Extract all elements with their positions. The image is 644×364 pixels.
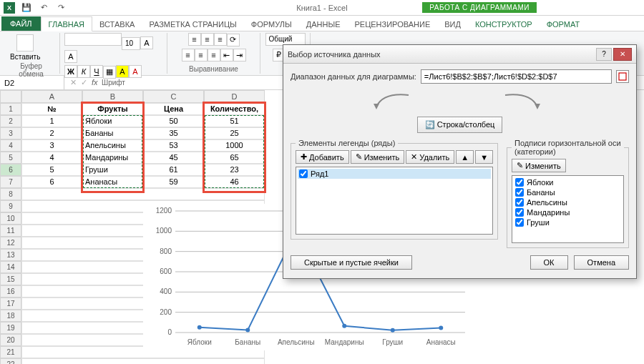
align-middle-icon[interactable]: ≡ (201, 33, 214, 46)
category-checkbox[interactable] (515, 178, 524, 187)
col-header-a[interactable]: A (21, 90, 82, 103)
cell[interactable]: 61 (143, 164, 204, 176)
cancel-formula-icon[interactable]: ✕ (70, 78, 77, 87)
series-listbox[interactable]: Ряд1 (296, 167, 493, 235)
tab-review[interactable]: РЕЦЕНЗИРОВАНИЕ (347, 17, 437, 31)
tab-insert[interactable]: ВСТАВКА (92, 17, 142, 31)
cell[interactable]: 50 (143, 115, 204, 127)
row-header[interactable]: 5 (0, 152, 21, 164)
font-color-button[interactable]: A (129, 65, 142, 78)
tab-data[interactable]: ДАННЫЕ (299, 17, 348, 31)
fill-color-button[interactable]: A (116, 65, 129, 78)
category-item[interactable]: Бананы (514, 187, 622, 197)
col-header-c[interactable]: C (143, 90, 204, 103)
align-right-icon[interactable]: ≡ (208, 49, 220, 62)
redo-icon[interactable]: ↷ (55, 2, 67, 14)
cell[interactable]: 35 (143, 127, 204, 139)
row-header[interactable]: 2 (0, 115, 21, 127)
row-header[interactable]: 14 (0, 261, 21, 273)
font-name-select[interactable] (64, 33, 122, 46)
cell[interactable]: Мандарины (82, 152, 143, 164)
row-header[interactable]: 4 (0, 139, 21, 152)
range-picker-icon[interactable] (616, 70, 629, 83)
row-header[interactable]: 12 (0, 237, 21, 249)
table-header[interactable]: № (21, 103, 82, 115)
cell[interactable]: 23 (204, 164, 265, 176)
orientation-icon[interactable]: ⟳ (227, 34, 240, 46)
row-header[interactable]: 18 (0, 310, 21, 322)
cell[interactable]: Бананы (82, 127, 143, 139)
row-header[interactable]: 10 (0, 212, 21, 225)
add-series-button[interactable]: ✚ Добавить (296, 150, 349, 164)
font-grow-icon[interactable]: A (140, 36, 153, 49)
dialog-titlebar[interactable]: Выбор источника данных ? ✕ (283, 45, 636, 64)
edit-axis-labels-button[interactable]: ✎ Изменить (512, 159, 566, 172)
cell[interactable]: 65 (204, 152, 265, 164)
row-header[interactable]: 22 (0, 358, 21, 364)
tab-chart-format[interactable]: ФОРМАТ (540, 17, 587, 31)
name-box[interactable]: D2 (0, 76, 64, 89)
table-header[interactable]: Цена (143, 103, 204, 115)
table-header[interactable]: Фрукты (82, 103, 143, 115)
row-header[interactable]: 20 (0, 334, 21, 346)
indent-inc-icon[interactable]: ⇥ (233, 49, 246, 62)
paste-button[interactable]: Вставить (7, 33, 43, 62)
accept-formula-icon[interactable]: ✓ (81, 78, 87, 87)
select-all-corner[interactable] (0, 90, 21, 103)
remove-series-button[interactable]: ✕ Удалить (406, 150, 454, 164)
cell[interactable]: Ананасы (82, 176, 143, 188)
cell[interactable]: 59 (143, 176, 204, 188)
row-header[interactable]: 9 (0, 200, 21, 212)
cell[interactable]: 51 (204, 115, 265, 127)
cell[interactable]: 1000 (204, 139, 265, 152)
row-header[interactable]: 11 (0, 225, 21, 237)
tab-home[interactable]: ГЛАВНАЯ (41, 16, 92, 31)
indent-dec-icon[interactable]: ⇤ (220, 49, 233, 62)
row-header[interactable]: 16 (0, 285, 21, 297)
edit-series-button[interactable]: ✎ Изменить (351, 150, 405, 164)
cell[interactable]: 53 (143, 139, 204, 152)
table-header[interactable]: Количество, кг (204, 103, 265, 115)
col-header-b[interactable]: B (82, 90, 143, 103)
align-bottom-icon[interactable]: ≡ (214, 33, 227, 46)
category-checkbox[interactable] (515, 198, 524, 207)
row-header[interactable]: 15 (0, 273, 21, 285)
font-shrink-icon[interactable]: A (64, 50, 77, 63)
category-item[interactable]: Апельсины (514, 197, 622, 207)
border-button[interactable]: ▦ (103, 66, 116, 79)
cell[interactable]: 45 (143, 152, 204, 164)
cell[interactable]: 4 (21, 152, 82, 164)
cell[interactable]: Апельсины (82, 139, 143, 152)
row-header[interactable]: 6 (0, 164, 21, 176)
row-header[interactable]: 21 (0, 346, 21, 358)
cell[interactable]: 25 (204, 127, 265, 139)
cell[interactable]: Груши (82, 164, 143, 176)
category-checkbox[interactable] (515, 218, 524, 227)
hidden-cells-button[interactable]: Скрытые и пустые ячейки (291, 255, 412, 270)
cell[interactable]: 6 (21, 176, 82, 188)
row-header[interactable]: 17 (0, 297, 21, 310)
row-header[interactable]: 13 (0, 249, 21, 261)
cell[interactable]: 2 (21, 127, 82, 139)
align-top-icon[interactable]: ≡ (188, 33, 201, 46)
tab-formulas[interactable]: ФОРМУЛЫ (244, 17, 299, 31)
tab-page-layout[interactable]: РАЗМЕТКА СТРАНИЦЫ (142, 17, 243, 31)
row-header[interactable]: 7 (0, 176, 21, 188)
col-header-d[interactable]: D (204, 90, 265, 103)
cancel-button[interactable]: Отмена (574, 255, 629, 270)
cell[interactable]: 1 (21, 115, 82, 127)
series-checkbox[interactable] (299, 169, 308, 178)
row-header[interactable]: 3 (0, 127, 21, 139)
italic-button[interactable]: К (77, 65, 90, 78)
underline-button[interactable]: Ч (90, 65, 103, 78)
category-item[interactable]: Яблоки (514, 177, 622, 187)
row-header[interactable]: 1 (0, 103, 21, 115)
tab-chart-design[interactable]: КОНСТРУКТОР (468, 17, 540, 31)
move-up-button[interactable]: ▲ (456, 150, 474, 164)
cell[interactable]: Яблоки (82, 115, 143, 127)
chart-range-input[interactable] (421, 69, 612, 84)
row-header[interactable]: 19 (0, 322, 21, 334)
category-checkbox[interactable] (515, 208, 524, 217)
align-center-icon[interactable]: ≡ (195, 49, 208, 62)
dialog-close-button[interactable]: ✕ (613, 48, 632, 61)
